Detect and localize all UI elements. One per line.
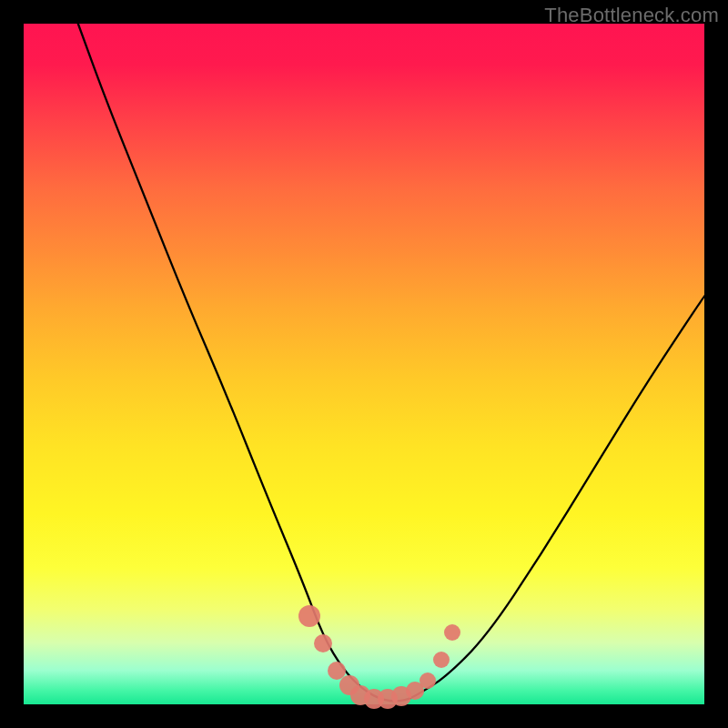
watermark-label: TheBottleneck.com — [544, 4, 719, 27]
chart-frame: TheBottleneck.com — [0, 0, 728, 728]
highlight-dots — [24, 24, 704, 704]
plot-area — [24, 24, 704, 704]
highlight-dot — [420, 672, 436, 689]
highlight-dot — [298, 605, 320, 627]
highlight-dot — [314, 634, 332, 652]
highlight-dot — [444, 624, 460, 641]
highlight-dot — [433, 652, 450, 668]
